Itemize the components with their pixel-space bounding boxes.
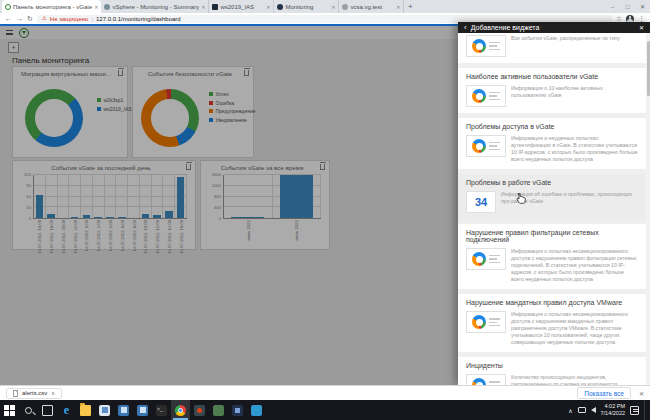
widget-preview-chart [466,85,506,107]
panel-scrollbar[interactable] [646,33,650,385]
mini-legend-lines [489,92,500,100]
download-bar-close-icon[interactable]: ✕ [639,390,644,397]
browser-tab[interactable]: ws2019_IAS✕ [209,0,274,13]
widget-card[interactable]: Информация о попытках несанкционированно… [466,311,638,346]
widget-section-title: Инциденты [466,362,638,369]
browser-tab[interactable]: vcsa.vg.test✕ [339,0,404,13]
widget-section[interactable]: Нарушение правил фильтрации сетевых подк… [458,224,646,289]
mini-donut-icon [472,315,486,329]
back-button[interactable]: ← [5,15,12,22]
forward-button[interactable]: → [16,15,23,22]
app-icon-dark[interactable] [190,400,209,420]
widget-card[interactable]: 34Информация об ошибках и проблемах, про… [466,191,638,213]
download-bar: alerts.csv ∧ Показать все ✕ [0,385,650,400]
new-tab-button[interactable]: + [404,0,416,13]
maximize-button[interactable]: □ [620,0,635,13]
file-icon [13,390,18,397]
action-center-icon[interactable] [630,406,639,415]
widget-card[interactable]: Информация о неудачных попытках аутентиф… [466,135,638,163]
system-tray: ∧ 4:02 PM 7/14/2022 [568,400,650,420]
widget-preview-chart [466,35,506,57]
panel-close-icon[interactable]: ✕ [639,24,644,31]
widget-card[interactable]: Количество происходящих инцидентов, расп… [466,374,638,385]
app-icon-navy[interactable] [228,400,247,420]
widget-section[interactable]: Нарушение мандатных правил доступа VMwar… [458,294,646,352]
vsphere-favicon [104,4,110,10]
tab-close-icon[interactable]: ✕ [331,4,335,10]
widget-section[interactable]: Все события vGate, распределенные по тип… [458,33,646,63]
app-icon-green[interactable] [209,400,228,420]
add-widget-panel: ‹ Добавление виджета ✕ Все события vGate… [458,22,650,385]
tab-close-icon[interactable]: ✕ [201,4,205,10]
tab-title: ws2019_IAS [220,4,264,10]
scrollbar-thumb[interactable] [647,41,650,96]
download-file-name: alerts.csv [22,390,47,396]
widget-card[interactable]: Информация о 10 наиболее активных пользо… [466,85,638,107]
widget-section[interactable]: Проблемы в работе vGate34Информация об о… [458,174,646,219]
widget-section[interactable]: Проблемы доступа в vGateИнформация о неу… [458,118,646,169]
close-window-button[interactable]: ✕ [635,0,650,13]
browser-tab[interactable]: vSphere - Monitoring - Summary✕ [101,0,209,13]
tray-chevron-icon[interactable]: ∧ [568,407,572,414]
show-all-downloads-button[interactable]: Показать все [577,387,631,399]
mini-legend-lines [489,42,500,50]
widget-section[interactable]: Наиболее активные пользователи vGateИнфо… [458,68,646,113]
minimize-button[interactable]: – [605,0,620,13]
file-explorer-icon[interactable] [76,400,95,420]
panel-title: Добавление виджета [471,24,635,31]
start-button[interactable] [0,400,19,420]
browser-tab[interactable]: Monitoring✕ [274,0,339,13]
reload-button[interactable]: ↻ [27,15,33,22]
browser-tab-bar: Панель мониторинга - vGate✕vSphere - Mon… [0,0,650,13]
widget-card[interactable]: Все события vGate, распределенные по тип… [466,35,638,57]
mini-legend-lines [489,318,500,326]
tab-close-icon[interactable]: ✕ [266,4,270,10]
tab-title: Monitoring [285,4,329,10]
chrome-icon[interactable] [171,400,190,420]
download-caret-icon[interactable]: ∧ [51,390,55,396]
mini-legend-lines [489,255,500,263]
show-desktop-button[interactable] [644,400,648,420]
search-icon[interactable] [19,400,38,420]
widget-description: Информация о попытках несанкционированно… [511,248,638,283]
tray-display-icon[interactable] [578,407,586,413]
not-secure-warning-icon: ⚠ [42,16,47,22]
tab-close-icon[interactable]: ✕ [94,4,98,10]
console-favicon [212,4,218,10]
widget-preview-chart [466,248,506,270]
mini-legend-lines [489,142,500,150]
edge-icon[interactable]: e [57,400,76,420]
widget-card[interactable]: Информация о попытках несанкционированно… [466,248,638,283]
panel-back-icon[interactable]: ‹ [464,24,467,32]
mini-donut-icon [472,252,486,266]
vgate-favicon [5,4,11,10]
taskbar-clock[interactable]: 4:02 PM 7/14/2022 [601,403,625,417]
widget-description: Информация о неудачных попытках аутентиф… [511,135,638,163]
console-app-icon[interactable]: >_ [152,400,171,420]
tab-close-icon[interactable]: ✕ [396,4,400,10]
download-bar-right: Показать все ✕ [577,387,644,399]
app-icon-teal[interactable] [247,400,266,420]
globe-favicon [342,4,348,10]
tab-title: Панель мониторинга - vGate [13,4,92,10]
download-item[interactable]: alerts.csv ∧ [6,388,62,399]
widget-description: Информация о попытках несанкционированно… [511,311,638,346]
widget-section-title: Проблемы в работе vGate [466,179,638,186]
mouse-cursor [516,193,526,206]
task-view-icon[interactable] [38,400,57,420]
url-text: 127.0.0.1/monitoring/dashboard [96,16,181,22]
app-icon-blue-2[interactable] [133,400,152,420]
panel-body: Все события vGate, распределенные по тип… [458,33,646,385]
window-controls: – □ ✕ [605,0,650,13]
screen: Панель мониторинга - vGate✕vSphere - Mon… [0,0,650,420]
widget-section[interactable]: ИнцидентыКоличество происходящих инциден… [458,357,646,385]
panel-header: ‹ Добавление виджета ✕ [458,22,650,33]
monitoring-favicon [277,4,283,10]
app-icon-blue[interactable] [114,400,133,420]
clock-time: 4:02 PM [601,403,625,410]
tab-title: vSphere - Monitoring - Summary [112,4,199,10]
app-icon-light[interactable] [95,400,114,420]
browser-tab[interactable]: Панель мониторинга - vGate✕ [2,0,101,13]
tray-volume-icon[interactable] [591,407,596,413]
widget-section-title: Проблемы доступа в vGate [466,123,638,130]
